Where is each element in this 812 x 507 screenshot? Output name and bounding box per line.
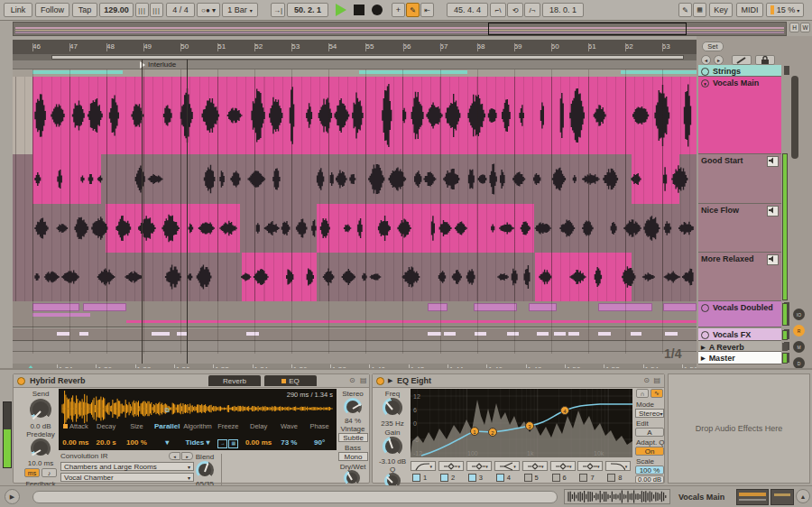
band-8-filter-type[interactable]: ▾ [605, 461, 631, 471]
device-thumbnail-1[interactable] [736, 489, 769, 505]
tab-reverb[interactable]: Reverb [208, 375, 261, 386]
midi-map-button[interactable]: MIDI [736, 3, 763, 17]
lock-envelopes-button[interactable] [755, 55, 775, 65]
locator-label[interactable]: Interlude [148, 60, 176, 69]
band-8-enable-checkbox[interactable] [607, 474, 615, 482]
param-decay[interactable]: Decay20.0 s [91, 416, 122, 448]
take-lane-audition-button[interactable] [767, 156, 779, 167]
device-on-button[interactable] [17, 377, 25, 385]
vocals-fx-clip[interactable] [152, 332, 170, 336]
predelay-knob[interactable] [31, 438, 51, 458]
set-locator-button[interactable]: Set [702, 41, 724, 51]
a-reverb-row[interactable] [13, 341, 697, 352]
draw-mode-button[interactable]: ✎ [406, 3, 420, 17]
strings-clip[interactable] [621, 70, 697, 74]
show-hide-h-button[interactable]: H [789, 23, 799, 32]
param-algorithm[interactable]: AlgorithmTides ▾ [182, 416, 213, 448]
vocals-doubled-row[interactable] [13, 301, 697, 327]
pencil-mode-button[interactable] [732, 55, 752, 65]
hot-swap-icon[interactable]: ⊙ [349, 376, 355, 384]
param-parallel[interactable]: ⧉Parallel ▾ [152, 400, 182, 448]
vintage-select[interactable]: Subtle [338, 433, 368, 442]
vocals-fx-clip[interactable] [475, 332, 486, 336]
freeze-in-button[interactable]: → [217, 439, 227, 448]
take-lane-audition-button[interactable] [767, 254, 779, 265]
bar-ruler[interactable]: 46 47 48 49 50 51 52 53 54 55 56 57 58 5… [13, 40, 697, 54]
play-button[interactable] [336, 4, 346, 16]
vocals-fx-clip[interactable] [246, 332, 259, 336]
band-4-enable-checkbox[interactable] [496, 474, 504, 482]
band-1-filter-type[interactable]: ▾ [411, 461, 436, 471]
vocals-fx-row[interactable] [13, 328, 697, 341]
tap-tempo-button[interactable]: Tap [72, 3, 97, 17]
send-knob[interactable] [30, 399, 51, 420]
loop-start-field[interactable]: 45. 4. 4 [447, 3, 488, 17]
vocals-fx-clip[interactable] [57, 332, 69, 336]
tab-eq[interactable]: EQ [264, 375, 317, 386]
unfold-track-icon[interactable] [701, 331, 709, 339]
hot-swap-icon[interactable]: ⊙ [643, 376, 650, 384]
vocals-fx-clip[interactable] [428, 332, 441, 336]
arrangement-position-field[interactable]: 50. 2. 1 [287, 3, 328, 17]
track-header-master[interactable]: ▶Master [698, 352, 781, 364]
computer-midi-keyboard-icon[interactable]: ▦ [693, 3, 706, 17]
mixer-section-toggle[interactable]: M [793, 341, 805, 353]
device-thumbnail-2[interactable] [770, 489, 794, 505]
locator-row[interactable]: Interlude [13, 60, 697, 69]
show-hide-detail-button[interactable]: ▲ [796, 489, 810, 503]
mode-select[interactable]: Stereo▾ [635, 409, 664, 418]
eq-eight-titlebar[interactable]: ▶ EQ Eight ⊙ ▤ [373, 374, 664, 388]
take-nice-flow-lane[interactable] [13, 204, 697, 254]
draw-automation-icon[interactable]: ✎ [678, 3, 692, 17]
save-preset-icon[interactable]: ▤ [360, 376, 367, 384]
show-hide-w-button[interactable]: W [800, 23, 810, 32]
unfold-track-icon[interactable] [701, 68, 709, 76]
metronome-button[interactable]: ○● ▾ [197, 3, 220, 17]
freq-knob[interactable] [383, 398, 402, 418]
record-button[interactable] [372, 5, 383, 15]
param-delay[interactable]: Delay0.00 ms [244, 416, 274, 448]
vocals-doubled-clip[interactable] [83, 303, 126, 311]
locator-flag-icon[interactable] [140, 61, 145, 69]
overdub-button[interactable]: + [392, 3, 405, 17]
preview-play-button[interactable]: ▶ [5, 489, 20, 504]
key-map-button[interactable]: Key [709, 3, 733, 17]
eq-display[interactable]: 1260-6-121001k10k1234 [411, 389, 632, 457]
take-more-relaxed-lane[interactable] [13, 253, 697, 302]
overview-view-box[interactable] [488, 23, 687, 35]
drywet-knob[interactable] [344, 470, 360, 486]
strings-clip[interactable] [32, 70, 123, 74]
hybrid-reverb-titlebar[interactable]: Hybrid Reverb Reverb EQ ⊙ ▤ [14, 374, 369, 388]
device-on-button[interactable] [376, 377, 384, 385]
tempo-field[interactable]: 129.00 [99, 3, 134, 17]
bass-select[interactable]: Mono [338, 452, 368, 461]
track-header-vocals-doubled[interactable]: Vocals Doubled [698, 301, 781, 327]
vocals-fx-clip[interactable] [444, 332, 456, 336]
vocals-fx-clip[interactable] [507, 332, 519, 336]
nudge-up-icon[interactable]: ||| [150, 3, 163, 17]
vocals-fx-clip[interactable] [665, 332, 678, 336]
edit-ab-button[interactable]: A [635, 428, 664, 437]
take-good-start-lane[interactable] [13, 154, 697, 205]
vocals-fx-clip[interactable] [631, 332, 641, 336]
param-phase[interactable]: Phase90° [304, 416, 335, 448]
track-header-vocals-main[interactable]: ▾Vocals Main [698, 77, 781, 154]
punch-in-icon[interactable]: ⌐\ [490, 3, 506, 17]
stop-button[interactable] [354, 5, 364, 15]
follow-button[interactable]: Follow [35, 3, 69, 17]
ir-file-select[interactable]: Vocal Chamber▾ [60, 473, 194, 482]
band-7-enable-checkbox[interactable] [579, 474, 587, 482]
punch-out-icon[interactable]: /¬ [524, 3, 540, 17]
vocals-fx-clip[interactable] [79, 332, 88, 336]
vocals-doubled-clip[interactable] [529, 303, 557, 311]
vocals-doubled-clip[interactable] [428, 303, 448, 311]
vocals-fx-clip[interactable] [554, 332, 566, 336]
band-1-enable-checkbox[interactable] [412, 474, 420, 482]
fold-track-icon[interactable]: ▾ [701, 79, 709, 88]
track-header-good-start[interactable]: Good Start [698, 154, 781, 204]
vocals-main-lane[interactable] [13, 77, 697, 155]
quantize-menu[interactable]: 1 Bar▾ [222, 3, 258, 17]
vocals-fx-clip[interactable] [568, 332, 579, 336]
track-header-nice-flow[interactable]: Nice Flow [698, 204, 781, 253]
vocals-doubled-clip[interactable] [126, 320, 697, 323]
